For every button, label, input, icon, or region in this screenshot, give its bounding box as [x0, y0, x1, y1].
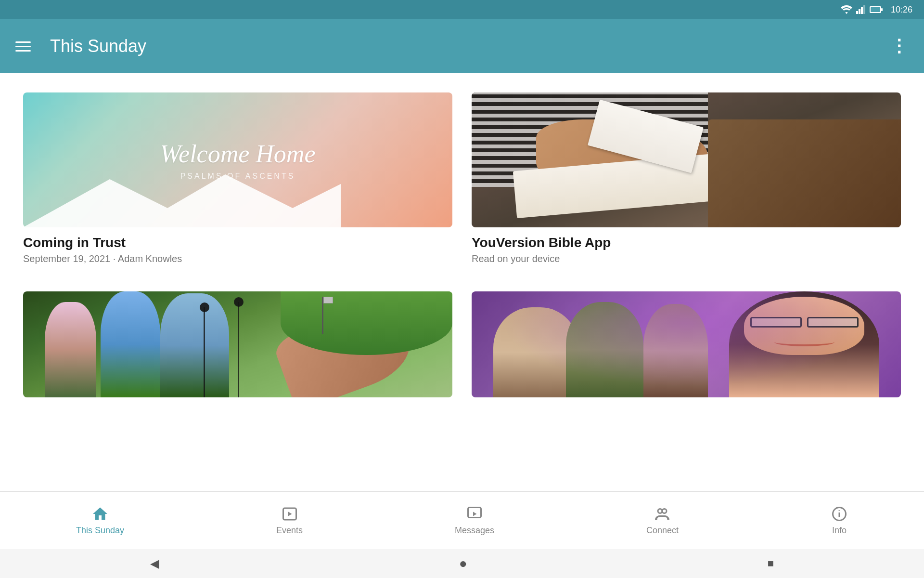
more-options-button[interactable]: ⋮ — [890, 36, 909, 56]
svg-marker-7 — [23, 174, 341, 227]
card-worship[interactable] — [23, 291, 452, 397]
app-bar: This Sunday ⋮ — [0, 19, 924, 73]
main-person — [729, 291, 879, 397]
nav-this-sunday[interactable]: This Sunday — [66, 500, 134, 540]
card-subtitle-coming-in-trust: September 19, 2021 · Adam Knowles — [23, 253, 452, 264]
nav-label-this-sunday: This Sunday — [76, 525, 124, 536]
figure-1 — [45, 302, 96, 397]
svg-marker-9 — [288, 512, 292, 516]
nav-label-connect: Connect — [646, 525, 679, 536]
bottom-nav: This Sunday Events Messages Connect — [0, 491, 924, 549]
card-subtitle-youversion: Read on your device — [472, 253, 901, 264]
figure-3 — [160, 293, 229, 397]
psalms-text: PSALMS OF ASCENTS — [180, 172, 295, 181]
nav-connect[interactable]: Connect — [637, 500, 688, 540]
flagpole — [322, 297, 323, 334]
events-nav-icon — [281, 505, 298, 523]
figure-2 — [101, 291, 161, 397]
messages-nav-icon — [466, 505, 483, 523]
system-nav-bar: ◀ ● ■ — [0, 549, 924, 578]
card-youversion[interactable]: YouVersion Bible App Read on your device — [472, 92, 901, 272]
main-content: Welcome Home PSALMS OF ASCENTS Coming in… — [0, 73, 924, 511]
svg-point-13 — [662, 509, 667, 513]
person-3 — [643, 304, 708, 397]
svg-rect-3 — [863, 5, 865, 14]
battery-icon — [870, 5, 883, 14]
home-button[interactable]: ● — [459, 556, 467, 571]
person-2 — [566, 302, 643, 397]
svg-rect-5 — [881, 8, 883, 11]
back-button[interactable]: ◀ — [150, 557, 159, 570]
tree-bg — [281, 291, 452, 355]
nav-messages[interactable]: Messages — [445, 500, 504, 540]
card-image-bible — [472, 92, 901, 227]
nav-label-messages: Messages — [455, 525, 494, 536]
cards-grid: Welcome Home PSALMS OF ASCENTS Coming in… — [23, 92, 901, 397]
mic-stand-2 — [238, 302, 239, 397]
svg-rect-10 — [468, 508, 481, 518]
connect-nav-icon — [654, 505, 671, 523]
status-time: 10:26 — [891, 5, 912, 15]
svg-rect-0 — [856, 11, 858, 14]
card-info-coming-in-trust: Coming in Trust September 19, 2021 · Ada… — [23, 227, 452, 272]
nav-label-events: Events — [276, 525, 303, 536]
wifi-icon — [841, 5, 852, 14]
svg-rect-2 — [861, 7, 863, 14]
welcome-home-text: Welcome Home — [160, 140, 316, 168]
nav-info[interactable]: Info — [821, 500, 858, 540]
menu-button[interactable] — [15, 41, 31, 52]
card-image-connect — [472, 291, 901, 397]
status-icons: 10:26 — [841, 5, 912, 15]
app-bar-title: This Sunday — [50, 36, 890, 56]
card-image-worship — [23, 291, 452, 397]
signal-icon — [856, 5, 866, 14]
nav-events[interactable]: Events — [267, 500, 312, 540]
card-image-welcome-home: Welcome Home PSALMS OF ASCENTS — [23, 92, 452, 227]
info-nav-icon — [831, 505, 848, 523]
card-info-youversion: YouVersion Bible App Read on your device — [472, 227, 901, 272]
status-bar: 10:26 — [0, 0, 924, 19]
card-title-coming-in-trust: Coming in Trust — [23, 235, 452, 250]
svg-rect-1 — [859, 9, 860, 14]
mic-stand-1 — [204, 307, 205, 397]
svg-rect-6 — [871, 7, 880, 12]
card-connect[interactable] — [472, 291, 901, 397]
recents-button[interactable]: ■ — [768, 557, 774, 570]
home-nav-icon — [91, 505, 109, 523]
nav-label-info: Info — [832, 525, 847, 536]
svg-marker-11 — [473, 512, 477, 516]
card-title-youversion: YouVersion Bible App — [472, 235, 901, 250]
card-coming-in-trust[interactable]: Welcome Home PSALMS OF ASCENTS Coming in… — [23, 92, 452, 272]
